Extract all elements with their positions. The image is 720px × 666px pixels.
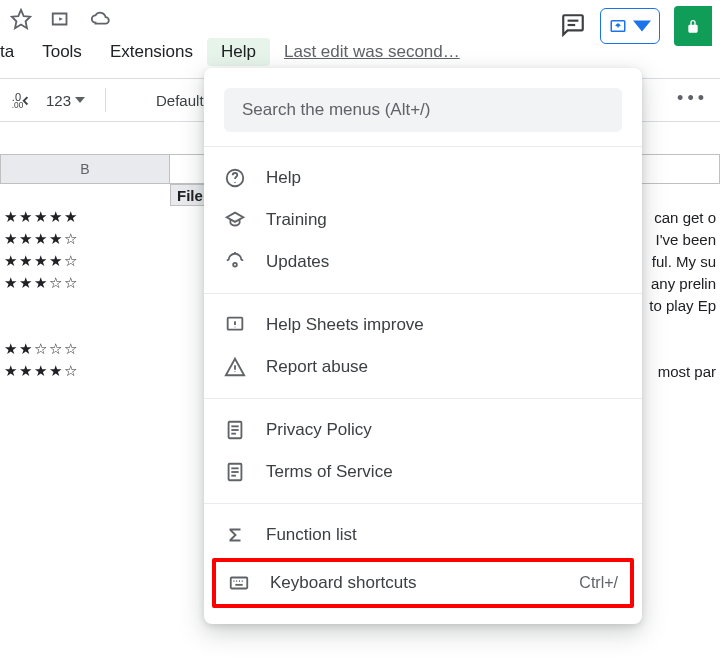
- cell-stars[interactable]: ★★★★☆: [0, 228, 79, 250]
- chevron-down-icon: [633, 17, 651, 35]
- cloud-status-icon[interactable]: [90, 8, 112, 33]
- menu-item-label: Keyboard shortcuts: [270, 573, 416, 593]
- menu-item-shortcut: Ctrl+/: [579, 574, 618, 592]
- menu-item-terms[interactable]: Terms of Service: [204, 451, 642, 493]
- updates-icon: [224, 251, 246, 273]
- menu-item-training[interactable]: Training: [204, 199, 642, 241]
- svg-text:.00: .00: [12, 101, 24, 110]
- menu-item-updates[interactable]: Updates: [204, 241, 642, 283]
- menu-divider: [204, 503, 642, 504]
- comment-history-icon[interactable]: [560, 12, 586, 41]
- menu-data[interactable]: ta: [0, 38, 28, 66]
- chevron-down-icon: [75, 97, 85, 103]
- menu-search-field[interactable]: Search the menus (Alt+/): [224, 88, 622, 132]
- cell-text[interactable]: to play Ep: [649, 294, 716, 316]
- menu-item-label: Function list: [266, 525, 357, 545]
- document-icon: [224, 419, 246, 441]
- cell-stars[interactable]: ★★★★★: [0, 206, 79, 228]
- cell-stars[interactable]: ★★☆☆☆: [0, 338, 79, 360]
- menu-divider: [204, 146, 642, 147]
- training-icon: [224, 209, 246, 231]
- cell-stars[interactable]: ★★★★☆: [0, 250, 79, 272]
- menu-item-privacy[interactable]: Privacy Policy: [204, 409, 642, 451]
- warning-icon: [224, 356, 246, 378]
- menu-item-label: Help Sheets improve: [266, 315, 424, 335]
- lock-button[interactable]: [674, 6, 712, 46]
- present-share-button[interactable]: [600, 8, 660, 44]
- menu-item-help[interactable]: Help: [204, 157, 642, 199]
- menu-item-label: Privacy Policy: [266, 420, 372, 440]
- feedback-icon: [224, 314, 246, 336]
- menu-item-function-list[interactable]: Function list: [204, 514, 642, 556]
- column-header-b[interactable]: B: [0, 154, 170, 184]
- cell-text[interactable]: I've been: [656, 228, 716, 250]
- menu-item-label: Training: [266, 210, 327, 230]
- toolbar-separator: [105, 88, 106, 112]
- last-edit-link[interactable]: Last edit was second…: [284, 42, 460, 62]
- menu-item-label: Help: [266, 168, 301, 188]
- menu-extensions[interactable]: Extensions: [96, 38, 207, 66]
- number-format-dropdown[interactable]: 123: [46, 92, 85, 109]
- svg-rect-18: [231, 578, 248, 589]
- menu-item-keyboard-shortcuts[interactable]: Keyboard shortcuts Ctrl+/: [216, 562, 630, 604]
- number-format-label: 123: [46, 92, 71, 109]
- toolbar-overflow-icon[interactable]: •••: [677, 88, 708, 109]
- cell-text[interactable]: ful. My su: [652, 250, 716, 272]
- menu-item-improve[interactable]: Help Sheets improve: [204, 304, 642, 346]
- cell-stars[interactable]: ★★★★☆: [0, 360, 79, 382]
- cell-text[interactable]: any prelin: [651, 272, 716, 294]
- menu-divider: [204, 398, 642, 399]
- sigma-icon: [224, 524, 246, 546]
- menu-item-label: Terms of Service: [266, 462, 393, 482]
- cell-text[interactable]: can get o: [654, 206, 716, 228]
- menu-help[interactable]: Help: [207, 38, 270, 66]
- move-icon[interactable]: [50, 8, 72, 33]
- highlighted-menu-item: Keyboard shortcuts Ctrl+/: [212, 558, 634, 608]
- document-icon: [224, 461, 246, 483]
- decrease-decimal-icon[interactable]: .0.00: [10, 88, 32, 113]
- menu-divider: [204, 293, 642, 294]
- star-icon[interactable]: [10, 8, 32, 33]
- menu-tools[interactable]: Tools: [28, 38, 96, 66]
- help-icon: [224, 167, 246, 189]
- svg-point-8: [233, 263, 237, 267]
- help-menu-dropdown: Search the menus (Alt+/) Help Training U…: [204, 68, 642, 624]
- menubar: ta Tools Extensions Help Last edit was s…: [0, 36, 460, 68]
- cell-text[interactable]: most par: [658, 360, 716, 382]
- keyboard-icon: [228, 572, 250, 594]
- menu-item-label: Updates: [266, 252, 329, 272]
- svg-marker-0: [12, 10, 30, 28]
- cell-stars[interactable]: ★★★☆☆: [0, 272, 79, 294]
- svg-point-7: [234, 182, 235, 183]
- menu-item-label: Report abuse: [266, 357, 368, 377]
- menu-item-report-abuse[interactable]: Report abuse: [204, 346, 642, 388]
